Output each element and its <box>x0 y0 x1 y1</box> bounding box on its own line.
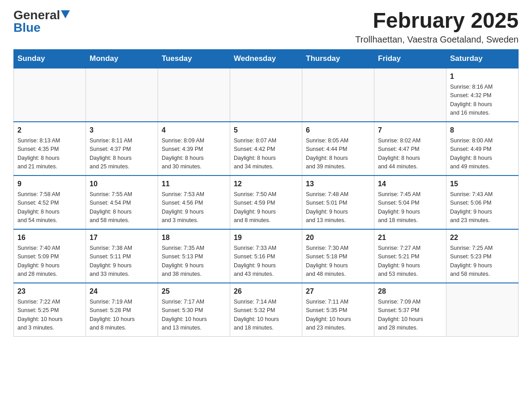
day-cell: 6Sunrise: 8:05 AMSunset: 4:44 PMDaylight… <box>302 122 374 176</box>
weekday-header-row: Sunday Monday Tuesday Wednesday Thursday… <box>14 49 519 68</box>
day-number: 22 <box>450 232 515 243</box>
day-number: 24 <box>90 286 154 297</box>
day-cell: 17Sunrise: 7:38 AMSunset: 5:11 PMDayligh… <box>86 229 158 283</box>
day-number: 18 <box>162 232 226 243</box>
page-header: General Blue February 2025 Trollhaettan,… <box>13 9 519 45</box>
day-info: Sunrise: 7:11 AMSunset: 5:35 PMDaylight:… <box>306 298 370 333</box>
day-number: 19 <box>234 232 298 243</box>
day-info: Sunrise: 7:14 AMSunset: 5:32 PMDaylight:… <box>234 298 298 333</box>
day-info: Sunrise: 8:00 AMSunset: 4:49 PMDaylight:… <box>450 137 515 171</box>
location-text: Trollhaettan, Vaestra Goetaland, Sweden <box>355 34 519 45</box>
day-cell: 15Sunrise: 7:43 AMSunset: 5:06 PMDayligh… <box>446 176 519 229</box>
day-cell <box>86 68 158 122</box>
day-info: Sunrise: 8:11 AMSunset: 4:37 PMDaylight:… <box>90 137 154 171</box>
day-cell: 4Sunrise: 8:09 AMSunset: 4:39 PMDaylight… <box>158 122 230 176</box>
header-sunday: Sunday <box>14 49 86 68</box>
day-number: 1 <box>450 71 515 82</box>
day-number: 3 <box>90 125 154 136</box>
month-title: February 2025 <box>355 9 519 33</box>
day-info: Sunrise: 7:58 AMSunset: 4:52 PMDaylight:… <box>17 190 82 225</box>
day-info: Sunrise: 7:17 AMSunset: 5:30 PMDaylight:… <box>162 298 226 333</box>
day-info: Sunrise: 7:55 AMSunset: 4:54 PMDaylight:… <box>90 190 154 225</box>
day-number: 4 <box>162 125 226 136</box>
day-cell: 19Sunrise: 7:33 AMSunset: 5:16 PMDayligh… <box>230 229 302 283</box>
day-cell <box>230 68 302 122</box>
day-number: 2 <box>17 125 82 136</box>
day-cell <box>302 68 374 122</box>
day-number: 7 <box>378 125 442 136</box>
day-number: 16 <box>17 232 82 243</box>
day-cell: 3Sunrise: 8:11 AMSunset: 4:37 PMDaylight… <box>86 122 158 176</box>
day-number: 12 <box>234 179 298 189</box>
day-info: Sunrise: 7:50 AMSunset: 4:59 PMDaylight:… <box>234 190 298 225</box>
day-cell: 18Sunrise: 7:35 AMSunset: 5:13 PMDayligh… <box>158 229 230 283</box>
day-number: 15 <box>450 179 515 189</box>
day-cell: 27Sunrise: 7:11 AMSunset: 5:35 PMDayligh… <box>302 283 374 337</box>
logo-blue-text: Blue <box>13 21 41 34</box>
day-cell: 12Sunrise: 7:50 AMSunset: 4:59 PMDayligh… <box>230 176 302 229</box>
day-number: 28 <box>378 286 442 297</box>
day-cell: 21Sunrise: 7:27 AMSunset: 5:21 PMDayligh… <box>374 229 446 283</box>
day-cell: 14Sunrise: 7:45 AMSunset: 5:04 PMDayligh… <box>374 176 446 229</box>
day-info: Sunrise: 7:40 AMSunset: 5:09 PMDaylight:… <box>17 244 82 279</box>
day-number: 17 <box>90 232 154 243</box>
day-cell: 26Sunrise: 7:14 AMSunset: 5:32 PMDayligh… <box>230 283 302 337</box>
day-cell: 7Sunrise: 8:02 AMSunset: 4:47 PMDaylight… <box>374 122 446 176</box>
day-info: Sunrise: 7:27 AMSunset: 5:21 PMDaylight:… <box>378 244 442 279</box>
day-number: 9 <box>17 179 82 189</box>
day-cell: 2Sunrise: 8:13 AMSunset: 4:35 PMDaylight… <box>14 122 86 176</box>
day-number: 23 <box>17 286 82 297</box>
week-row-1: 2Sunrise: 8:13 AMSunset: 4:35 PMDaylight… <box>14 122 519 176</box>
day-info: Sunrise: 7:35 AMSunset: 5:13 PMDaylight:… <box>162 244 226 279</box>
day-cell: 10Sunrise: 7:55 AMSunset: 4:54 PMDayligh… <box>86 176 158 229</box>
day-info: Sunrise: 7:48 AMSunset: 5:01 PMDaylight:… <box>306 190 370 225</box>
day-cell: 20Sunrise: 7:30 AMSunset: 5:18 PMDayligh… <box>302 229 374 283</box>
day-cell <box>158 68 230 122</box>
day-info: Sunrise: 8:07 AMSunset: 4:42 PMDaylight:… <box>234 137 298 171</box>
day-info: Sunrise: 7:30 AMSunset: 5:18 PMDaylight:… <box>306 244 370 279</box>
day-info: Sunrise: 7:09 AMSunset: 5:37 PMDaylight:… <box>378 298 442 333</box>
day-number: 10 <box>90 179 154 189</box>
day-info: Sunrise: 8:16 AMSunset: 4:32 PMDaylight:… <box>450 83 515 118</box>
day-cell: 24Sunrise: 7:19 AMSunset: 5:28 PMDayligh… <box>86 283 158 337</box>
svg-marker-0 <box>61 10 70 18</box>
day-number: 21 <box>378 232 442 243</box>
day-number: 5 <box>234 125 298 136</box>
day-cell: 16Sunrise: 7:40 AMSunset: 5:09 PMDayligh… <box>14 229 86 283</box>
header-tuesday: Tuesday <box>158 49 230 68</box>
day-info: Sunrise: 7:25 AMSunset: 5:23 PMDaylight:… <box>450 244 515 279</box>
day-number: 6 <box>306 125 370 136</box>
day-cell: 1Sunrise: 8:16 AMSunset: 4:32 PMDaylight… <box>446 68 519 122</box>
day-cell: 23Sunrise: 7:22 AMSunset: 5:25 PMDayligh… <box>14 283 86 337</box>
day-info: Sunrise: 7:33 AMSunset: 5:16 PMDaylight:… <box>234 244 298 279</box>
day-cell <box>446 283 519 337</box>
header-saturday: Saturday <box>446 49 519 68</box>
day-info: Sunrise: 7:43 AMSunset: 5:06 PMDaylight:… <box>450 190 515 225</box>
day-number: 26 <box>234 286 298 297</box>
day-cell: 22Sunrise: 7:25 AMSunset: 5:23 PMDayligh… <box>446 229 519 283</box>
calendar-table: Sunday Monday Tuesday Wednesday Thursday… <box>13 49 519 337</box>
day-info: Sunrise: 8:05 AMSunset: 4:44 PMDaylight:… <box>306 137 370 171</box>
title-section: February 2025 Trollhaettan, Vaestra Goet… <box>355 9 519 45</box>
day-cell <box>14 68 86 122</box>
week-row-0: 1Sunrise: 8:16 AMSunset: 4:32 PMDaylight… <box>14 68 519 122</box>
day-cell: 13Sunrise: 7:48 AMSunset: 5:01 PMDayligh… <box>302 176 374 229</box>
day-info: Sunrise: 8:02 AMSunset: 4:47 PMDaylight:… <box>378 137 442 171</box>
day-info: Sunrise: 7:38 AMSunset: 5:11 PMDaylight:… <box>90 244 154 279</box>
day-cell <box>374 68 446 122</box>
logo-triangle-icon <box>61 10 70 18</box>
header-monday: Monday <box>86 49 158 68</box>
day-info: Sunrise: 8:09 AMSunset: 4:39 PMDaylight:… <box>162 137 226 171</box>
day-info: Sunrise: 7:22 AMSunset: 5:25 PMDaylight:… <box>17 298 82 333</box>
header-wednesday: Wednesday <box>230 49 302 68</box>
logo: General Blue <box>13 9 70 34</box>
day-info: Sunrise: 7:53 AMSunset: 4:56 PMDaylight:… <box>162 190 226 225</box>
day-number: 25 <box>162 286 226 297</box>
week-row-3: 16Sunrise: 7:40 AMSunset: 5:09 PMDayligh… <box>14 229 519 283</box>
day-cell: 25Sunrise: 7:17 AMSunset: 5:30 PMDayligh… <box>158 283 230 337</box>
day-cell: 9Sunrise: 7:58 AMSunset: 4:52 PMDaylight… <box>14 176 86 229</box>
day-cell: 8Sunrise: 8:00 AMSunset: 4:49 PMDaylight… <box>446 122 519 176</box>
day-info: Sunrise: 7:45 AMSunset: 5:04 PMDaylight:… <box>378 190 442 225</box>
day-number: 11 <box>162 179 226 189</box>
header-friday: Friday <box>374 49 446 68</box>
